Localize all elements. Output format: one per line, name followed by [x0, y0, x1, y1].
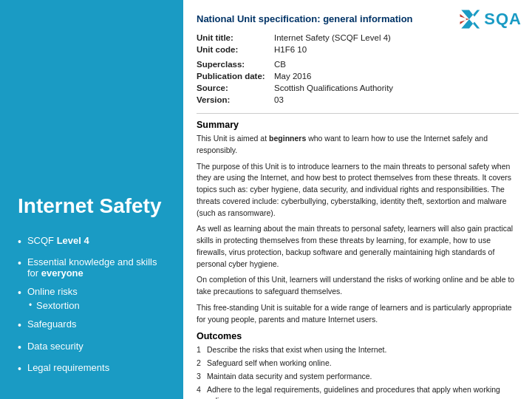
scqf-level: Level 4 — [57, 235, 89, 246]
beginners-text: beginners — [269, 134, 306, 143]
pub-date-label: Publication date: — [197, 70, 274, 82]
pub-date-value: May 2016 — [274, 70, 519, 82]
page-title: Internet Safety — [18, 194, 168, 219]
unit-title-row: Unit title: Internet Safety (SCQF Level … — [197, 32, 519, 44]
source-row: Source: Scottish Qualifications Authorit… — [197, 82, 519, 94]
outcomes-list: 1Describe the risks that exist when usin… — [197, 344, 519, 399]
info-table: Unit title: Internet Safety (SCQF Level … — [197, 32, 519, 106]
summary-p4: On completion of this Unit, learners wil… — [197, 274, 519, 298]
list-item-data-security: Data security — [18, 341, 168, 355]
unit-title-label: Unit title: — [197, 32, 274, 44]
list-item-online-risks: Online risks Sextortion — [18, 286, 168, 311]
sub-bullet-list: Sextortion — [27, 300, 80, 311]
list-item-safeguards: Safeguards — [18, 318, 168, 333]
source-label: Source: — [197, 82, 274, 94]
outcome-3: 3Maintain data security and system perfo… — [197, 371, 519, 383]
everyone-label: everyone — [41, 267, 83, 279]
list-item-legal: Legal requirements — [18, 362, 168, 377]
summary-p3: As well as learning about the main threa… — [197, 223, 519, 270]
summary-p5: This free-standing Unit is suitable for … — [197, 302, 519, 326]
summary-p2: The purpose of this Unit is to introduce… — [197, 161, 519, 219]
superclass-row: Superclass: CB — [197, 58, 519, 70]
summary-p1: This Unit is aimed at beginners who want… — [197, 133, 519, 157]
summary-title: Summary — [197, 120, 519, 130]
bullet-list: SCQF Level 4 Essential knowledge and ski… — [18, 235, 168, 384]
left-panel: Internet Safety SCQF Level 4 Essential k… — [0, 0, 183, 399]
unit-code-value: H1F6 10 — [274, 44, 519, 55]
unit-code-label: Unit code: — [197, 44, 274, 55]
outcome-4: 4Adhere to the legal requirements, guide… — [197, 384, 519, 400]
logo-area: SQA — [457, 7, 522, 31]
list-item-knowledge: Essential knowledge and skills for every… — [18, 256, 168, 279]
superclass-value: CB — [274, 58, 519, 70]
version-value: 03 — [274, 94, 519, 106]
svg-marker-0 — [462, 10, 480, 19]
unit-code-row: Unit code: H1F6 10 — [197, 44, 519, 55]
outcome-2: 2Safeguard self when working online. — [197, 358, 519, 369]
sqa-x-icon — [457, 7, 481, 31]
unit-title-value: Internet Safety (SCQF Level 4) — [274, 32, 519, 44]
sqa-logo-text: SQA — [484, 10, 522, 29]
superclass-label: Superclass: — [197, 58, 274, 70]
outcomes-title: Outcomes — [197, 331, 519, 341]
version-row: Version: 03 — [197, 94, 519, 106]
pub-date-row: Publication date: May 2016 — [197, 70, 519, 82]
version-label: Version: — [197, 94, 274, 106]
divider-1 — [197, 113, 519, 114]
sub-list-item-sextortion: Sextortion — [29, 300, 80, 311]
list-item-scqf: SCQF Level 4 — [18, 235, 168, 250]
source-value: Scottish Qualifications Authority — [274, 82, 519, 94]
svg-marker-1 — [462, 19, 480, 28]
right-panel: SQA National Unit specification: general… — [183, 0, 532, 399]
outcome-1: 1Describe the risks that exist when usin… — [197, 344, 519, 356]
